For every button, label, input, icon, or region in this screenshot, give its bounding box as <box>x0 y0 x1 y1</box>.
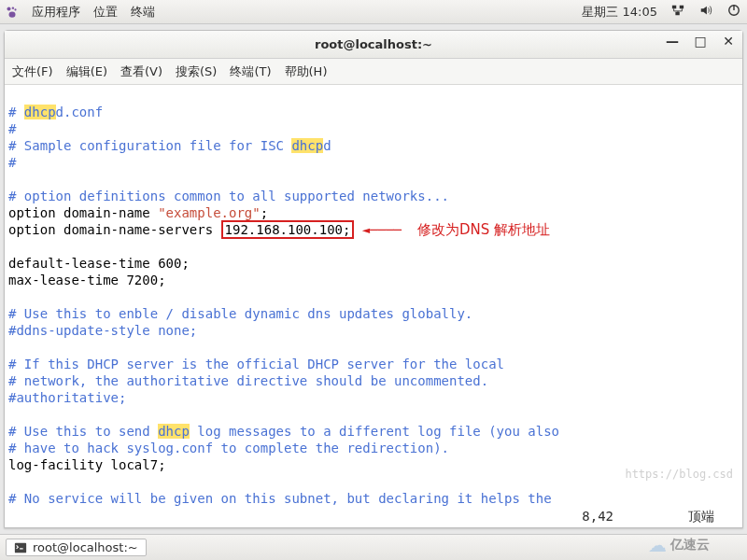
menu-view[interactable]: 查看(V) <box>120 63 162 80</box>
menu-places[interactable]: 位置 <box>93 4 118 21</box>
cursor-position: 8,42 <box>582 509 613 527</box>
bottom-taskbar: root@localhost:~ ☁ 亿速云 <box>0 534 747 560</box>
maximize-button[interactable]: □ <box>692 33 709 49</box>
menu-search[interactable]: 搜索(S) <box>176 63 217 80</box>
svg-point-0 <box>7 7 10 10</box>
window-title: root@localhost:~ <box>315 37 432 51</box>
cloud-icon: ☁ <box>648 534 667 556</box>
terminal-icon <box>14 541 27 554</box>
minimize-button[interactable]: — <box>664 33 681 49</box>
brand-logo: ☁ 亿速云 <box>648 534 710 556</box>
svg-point-3 <box>9 11 16 17</box>
svg-point-2 <box>14 8 16 10</box>
menu-terminal-drop[interactable]: 终端(T) <box>230 63 271 80</box>
gnome-foot-icon <box>6 6 19 19</box>
taskbar-entry-terminal[interactable]: root@localhost:~ <box>6 539 147 556</box>
menu-help[interactable]: 帮助(H) <box>285 63 328 80</box>
svg-point-1 <box>12 7 14 8</box>
volume-icon[interactable] <box>698 4 713 20</box>
svg-rect-4 <box>672 6 676 9</box>
vim-statusline: 8,42 顶端 <box>5 509 742 527</box>
arrow-icon: ◄──── <box>354 222 416 237</box>
terminal-window: root@localhost:~ — □ ✕ 文件(F) 编辑(E) 查看(V)… <box>4 30 743 528</box>
terminal-content[interactable]: # dhcpd.conf # # Sample configuration fi… <box>5 85 742 509</box>
watermark: https://blog.csd <box>625 466 733 483</box>
svg-rect-5 <box>680 6 684 9</box>
close-button[interactable]: ✕ <box>720 33 737 49</box>
menu-terminal[interactable]: 终端 <box>131 4 155 21</box>
window-titlebar[interactable]: root@localhost:~ — □ ✕ <box>5 31 742 59</box>
menu-file[interactable]: 文件(F) <box>12 63 53 80</box>
clock[interactable]: 星期三 14:05 <box>582 4 657 21</box>
menu-edit[interactable]: 编辑(E) <box>66 63 107 80</box>
dns-address-box: 192.168.100.100; <box>221 220 355 239</box>
menu-applications[interactable]: 应用程序 <box>32 4 80 21</box>
power-icon[interactable] <box>726 4 741 20</box>
taskbar-entry-label: root@localhost:~ <box>33 540 138 554</box>
annotation-text: 修改为DNS 解析地址 <box>417 221 550 238</box>
scroll-status: 顶端 <box>688 509 714 527</box>
network-icon[interactable] <box>670 4 685 20</box>
top-panel: 应用程序 位置 终端 星期三 14:05 <box>0 0 747 24</box>
menubar: 文件(F) 编辑(E) 查看(V) 搜索(S) 终端(T) 帮助(H) <box>5 59 742 85</box>
